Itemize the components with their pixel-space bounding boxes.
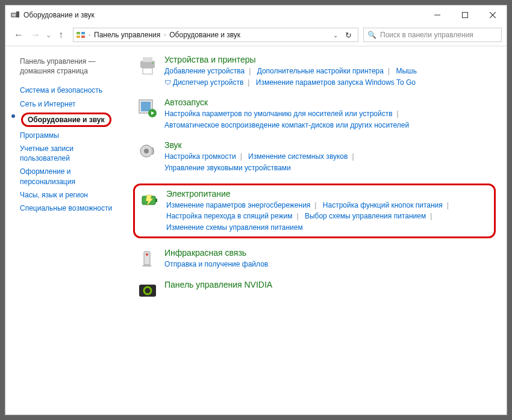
- link-autoplay-cd[interactable]: Автоматическое воспроизведение компакт-д…: [164, 121, 409, 129]
- link-sleep[interactable]: Настройка перехода в спящий режим: [166, 212, 292, 220]
- sidebar-item-appearance[interactable]: Оформление и персонализация: [20, 165, 122, 188]
- link-power-buttons[interactable]: Настройка функций кнопок питания: [323, 201, 443, 209]
- link-volume[interactable]: Настройка громкости: [164, 152, 236, 161]
- highlight-ring: Оборудование и звук: [21, 113, 111, 127]
- svg-rect-9: [76, 36, 80, 38]
- link-printer-settings[interactable]: Дополнительные настройки принтера: [257, 67, 384, 75]
- breadcrumb-root[interactable]: Панель управления: [92, 31, 163, 39]
- link-device-manager[interactable]: Диспетчер устройств: [173, 78, 243, 87]
- shield-icon: 🛡: [164, 79, 171, 86]
- link-ir-files[interactable]: Отправка и получение файлов: [164, 260, 268, 268]
- recent-dropdown[interactable]: ⌄: [44, 31, 52, 39]
- app-icon: [10, 10, 20, 20]
- printer-icon: [137, 55, 158, 76]
- speaker-icon: [137, 140, 158, 162]
- link-windows-to-go[interactable]: Изменение параметров запуска Windows To …: [256, 78, 416, 87]
- minimize-button[interactable]: [423, 5, 451, 25]
- section-links: Добавление устройства| Дополнительные на…: [164, 66, 498, 88]
- autoplay-icon: [137, 97, 158, 119]
- svg-point-23: [146, 253, 148, 256]
- link-system-sounds[interactable]: Изменение системных звуков: [248, 152, 348, 161]
- refresh-button[interactable]: ↻: [342, 31, 355, 40]
- svg-rect-13: [143, 68, 152, 74]
- sidebar-item-accounts[interactable]: Учетные записи пользователей: [20, 142, 122, 165]
- svg-point-14: [152, 63, 154, 64]
- section-nvidia: Панель управления NVIDIA: [137, 280, 498, 301]
- sidebar-item-hardware[interactable]: Оборудование и звук: [20, 111, 122, 129]
- link-autoplay-defaults[interactable]: Настройка параметров по умолчанию для но…: [164, 110, 393, 118]
- window-title: Оборудование и звук: [23, 11, 95, 19]
- svg-rect-4: [463, 13, 468, 18]
- svg-rect-12: [143, 57, 152, 62]
- section-autoplay: Автозапуск Настройка параметров по умолч…: [137, 97, 498, 131]
- nvidia-icon: [137, 280, 158, 301]
- address-bar: ← → ⌄ ↑ › Панель управления › Оборудован…: [5, 25, 507, 45]
- svg-rect-24: [143, 265, 151, 267]
- section-sound: Звук Настройка громкости| Изменение сист…: [137, 140, 498, 173]
- link-power-plan-edit[interactable]: Изменение схемы управления питанием: [166, 223, 303, 232]
- link-power-plan-choose[interactable]: Выбор схемы управления питанием: [305, 212, 426, 220]
- section-title[interactable]: Инфракрасная связь: [164, 248, 498, 258]
- up-button[interactable]: ↑: [52, 26, 69, 43]
- sidebar: Панель управления — домашняя страница Си…: [5, 46, 126, 415]
- link-audio-devices[interactable]: Управление звуковыми устройствами: [164, 164, 291, 172]
- section-links: Настройка параметров по умолчанию для но…: [164, 108, 498, 131]
- active-bullet-icon: [11, 114, 15, 118]
- section-title[interactable]: Устройства и принтеры: [164, 55, 498, 64]
- section-power-highlighted: Электропитание Изменение параметров энер…: [133, 184, 496, 239]
- section-title[interactable]: Панель управления NVIDIA: [164, 280, 498, 289]
- chevron-right-icon: ›: [87, 32, 92, 38]
- chevron-right-icon: ›: [163, 32, 167, 38]
- svg-rect-10: [81, 36, 85, 38]
- svg-rect-1: [12, 14, 16, 16]
- battery-icon: [139, 189, 160, 211]
- search-input[interactable]: 🔍 Поиск в панели управления: [363, 28, 502, 42]
- svg-rect-21: [155, 199, 157, 202]
- svg-rect-8: [81, 32, 85, 34]
- breadcrumb-current[interactable]: Оборудование и звук: [167, 31, 243, 39]
- sidebar-item-home[interactable]: Панель управления — домашняя страница: [20, 55, 122, 78]
- section-links: Отправка и получение файлов: [164, 259, 498, 270]
- address-dropdown[interactable]: ⌄: [329, 32, 342, 39]
- svg-rect-2: [16, 11, 19, 17]
- section-title[interactable]: Электропитание: [166, 189, 488, 199]
- section-infrared: Инфракрасная связь Отправка и получение …: [137, 248, 498, 270]
- svg-rect-7: [76, 32, 80, 34]
- section-title[interactable]: Звук: [164, 140, 498, 150]
- svg-rect-16: [141, 102, 151, 111]
- titlebar: Оборудование и звук: [5, 5, 507, 25]
- search-icon: 🔍: [367, 31, 376, 39]
- breadcrumb-bar[interactable]: › Панель управления › Оборудование и зву…: [73, 28, 358, 42]
- sidebar-item-clock[interactable]: Часы, язык и регион: [20, 188, 122, 202]
- sidebar-item-system[interactable]: Система и безопасность: [20, 84, 122, 97]
- sidebar-item-programs[interactable]: Программы: [20, 129, 122, 142]
- infrared-icon: [137, 248, 158, 270]
- search-placeholder: Поиск в панели управления: [380, 31, 473, 39]
- back-button[interactable]: ←: [10, 26, 27, 43]
- breadcrumb-root-icon: [76, 30, 86, 40]
- sidebar-item-network[interactable]: Сеть и Интернет: [20, 97, 122, 111]
- section-links: Настройка громкости| Изменение системных…: [164, 151, 498, 173]
- link-mouse[interactable]: Мышь: [396, 67, 417, 75]
- link-power-saving[interactable]: Изменение параметров энергосбережения: [166, 201, 310, 209]
- sidebar-item-accessibility[interactable]: Специальные возможности: [20, 202, 122, 215]
- close-button[interactable]: [479, 5, 507, 25]
- content-area: Устройства и принтеры Добавление устройс…: [126, 46, 507, 415]
- section-devices: Устройства и принтеры Добавление устройс…: [137, 55, 498, 88]
- section-links: Изменение параметров энергосбережения| Н…: [166, 200, 488, 233]
- forward-button[interactable]: →: [27, 26, 44, 43]
- svg-point-19: [144, 149, 149, 153]
- link-add-device[interactable]: Добавление устройства: [164, 67, 245, 75]
- section-title[interactable]: Автозапуск: [164, 97, 498, 107]
- maximize-button[interactable]: [451, 5, 479, 25]
